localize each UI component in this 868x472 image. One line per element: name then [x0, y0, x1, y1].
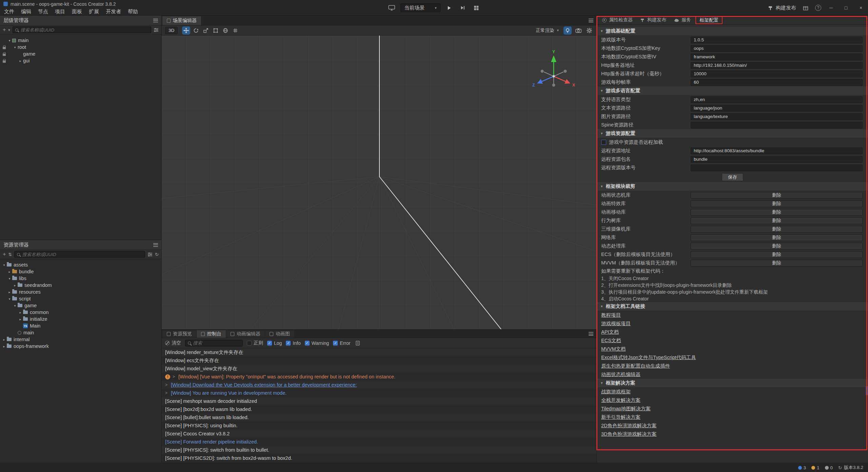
- delete-button[interactable]: 删除: [691, 260, 863, 267]
- delete-button[interactable]: 删除: [691, 209, 863, 216]
- collapse-arrow-icon[interactable]: ▸: [1, 345, 7, 348]
- expand-arrow-icon[interactable]: ▾: [12, 304, 18, 308]
- help-icon[interactable]: ?: [815, 5, 821, 11]
- build-publish-button[interactable]: 构建发布: [768, 5, 796, 11]
- clear-console-button[interactable]: 清空: [165, 340, 181, 346]
- link-hotupdate-plugin[interactable]: 原生包热更新配置自动生成插件: [601, 362, 670, 370]
- expand-arrow-icon[interactable]: ▾: [1, 263, 7, 267]
- orientation-gizmo[interactable]: Y X Z: [528, 48, 579, 99]
- snap-grid-button[interactable]: [231, 26, 239, 35]
- link-anim-statemachine-editor[interactable]: 动画状态机编辑器: [601, 370, 640, 379]
- tab-services[interactable]: 服务: [671, 16, 694, 24]
- log-row-warning[interactable]: ! > [Window] [Vue warn]: Property "onInp…: [162, 373, 597, 381]
- asset-game[interactable]: ▾ game: [0, 302, 161, 309]
- link-ecs-doc[interactable]: ECS文档: [601, 336, 621, 345]
- remote-load-checkbox[interactable]: [601, 140, 606, 145]
- assets-search-input[interactable]: [22, 252, 142, 257]
- camera-icon[interactable]: [574, 26, 583, 35]
- link-excel-tool[interactable]: Excel格式转Json文件与TypeScript代码工具: [601, 353, 696, 362]
- tab-console[interactable]: 控制台: [197, 330, 226, 338]
- tab-property-inspector[interactable]: 属性检查器: [599, 16, 636, 24]
- minimize-button[interactable]: ─: [826, 3, 836, 13]
- section-module-trim[interactable]: ▾ 框架模块裁剪: [597, 182, 868, 191]
- filter-sliders-icon[interactable]: [147, 252, 153, 257]
- log-row[interactable]: [Scene] [box2d]:box2d wasm lib loaded.: [162, 405, 597, 413]
- delete-button[interactable]: 删除: [691, 243, 863, 250]
- tab-asset-preview[interactable]: 资源预览: [162, 330, 197, 338]
- image-res-path-input[interactable]: [691, 113, 863, 120]
- info-checkbox[interactable]: ✓: [286, 341, 291, 346]
- tab-build-publish[interactable]: 构建发布: [637, 16, 670, 24]
- link-strategy-framework[interactable]: 战旗游戏框架: [601, 388, 631, 396]
- log-row[interactable]: [Window] ecs文件夹存在: [162, 356, 597, 365]
- crypto-key-input[interactable]: [691, 45, 863, 52]
- http-server-input[interactable]: [691, 62, 863, 69]
- asset-bundle[interactable]: ▸ bundle: [0, 268, 161, 275]
- log-row-info[interactable]: > [Window] You are running Vue in develo…: [162, 389, 597, 397]
- hierarchy-search-input[interactable]: [20, 27, 149, 33]
- message-count-badge[interactable]: 3: [798, 465, 806, 470]
- remote-version-input[interactable]: [691, 164, 863, 171]
- menu-developer[interactable]: 开发者: [102, 8, 124, 15]
- asset-common[interactable]: ▸ common: [0, 309, 161, 316]
- tree-node-main[interactable]: ▾ main: [0, 37, 161, 44]
- play-button[interactable]: [445, 3, 454, 13]
- add-asset-button[interactable]: +: [3, 252, 6, 257]
- menu-help[interactable]: 帮助: [124, 8, 141, 15]
- console-search-input[interactable]: [193, 340, 240, 346]
- close-button[interactable]: ×: [856, 3, 866, 13]
- delete-button[interactable]: 删除: [691, 217, 863, 224]
- filter-warning-toggle[interactable]: ✓ Warning: [305, 340, 329, 346]
- log-row[interactable]: [Scene] [PHYSICS]: switch from builtin t…: [162, 446, 597, 454]
- link-template-project[interactable]: 游戏模板项目: [601, 319, 631, 328]
- link-tutorial-project[interactable]: 教程项目: [601, 311, 621, 319]
- log-checkbox[interactable]: ✓: [267, 341, 272, 346]
- panel-menu-icon[interactable]: [153, 243, 158, 247]
- game-version-input[interactable]: [691, 37, 863, 43]
- spine-res-path-input[interactable]: [691, 122, 863, 129]
- asset-resources[interactable]: ▸ resources: [0, 289, 161, 295]
- log-row[interactable]: [Scene] Cocos Creator v3.8.2: [162, 430, 597, 438]
- remote-address-input[interactable]: [691, 148, 863, 154]
- log-row[interactable]: [Window] model_view文件夹存在: [162, 365, 597, 373]
- save-button[interactable]: 保存: [722, 173, 743, 181]
- asset-assets[interactable]: ▾ assets: [0, 261, 161, 268]
- delete-button[interactable]: 删除: [691, 234, 863, 241]
- filter-info-toggle[interactable]: ✓ Info: [286, 340, 300, 346]
- regex-toggle[interactable]: 正则: [247, 340, 263, 346]
- render-mode-select[interactable]: 正常渲染 ▾: [534, 27, 561, 34]
- expand-arrow-icon[interactable]: ▾: [12, 45, 18, 49]
- export-log-icon[interactable]: [354, 340, 361, 347]
- menu-node[interactable]: 节点: [35, 8, 52, 15]
- log-row[interactable]: [Window] render_texture文件夹存在: [162, 348, 597, 356]
- link-api-doc[interactable]: API文档: [601, 328, 619, 336]
- panel-menu-icon[interactable]: [589, 19, 593, 22]
- collapse-arrow-icon[interactable]: ▸: [12, 283, 18, 287]
- section-language-config[interactable]: ▾ 游戏多语言配置: [597, 86, 868, 95]
- warning-count-badge[interactable]: 1: [811, 465, 820, 470]
- link-3d-rpg-solution[interactable]: 3D角色扮演游戏解决方案: [601, 430, 657, 438]
- scale-tool-button[interactable]: [202, 26, 210, 35]
- expand-arrow-icon[interactable]: ▾: [7, 277, 12, 280]
- rotate-tool-button[interactable]: [192, 26, 200, 35]
- step-button[interactable]: [458, 3, 468, 13]
- log-row-info[interactable]: [Scene] Forward render pipeline initiali…: [162, 438, 597, 446]
- sort-icon[interactable]: ⇅: [8, 252, 12, 257]
- language-types-input[interactable]: [691, 96, 863, 103]
- log-row[interactable]: [Scene] meshopt wasm decoder initialized: [162, 397, 597, 405]
- package-icon[interactable]: [801, 3, 810, 13]
- delete-button[interactable]: 删除: [691, 251, 863, 258]
- add-node-button[interactable]: +: [3, 27, 6, 33]
- preview-device-icon[interactable]: [387, 3, 396, 13]
- log-row-link[interactable]: > [Window] Download the Vue Devtools ext…: [162, 381, 597, 389]
- mode-3d-button[interactable]: 3D: [165, 27, 178, 34]
- menu-panel[interactable]: 面板: [68, 8, 85, 15]
- section-solutions[interactable]: ▾ 框架解决方案: [597, 379, 868, 387]
- tree-node-game[interactable]: game: [0, 51, 161, 57]
- link-mvvm-doc[interactable]: MVVM文档: [601, 345, 626, 353]
- tree-node-gui[interactable]: ▸ gui: [0, 57, 161, 64]
- collapse-arrow-icon[interactable]: ▸: [18, 59, 23, 63]
- lighting-toggle-button[interactable]: [564, 26, 572, 35]
- asset-initialize[interactable]: ▸ initialize: [0, 316, 161, 322]
- menu-edit[interactable]: 编辑: [18, 8, 35, 15]
